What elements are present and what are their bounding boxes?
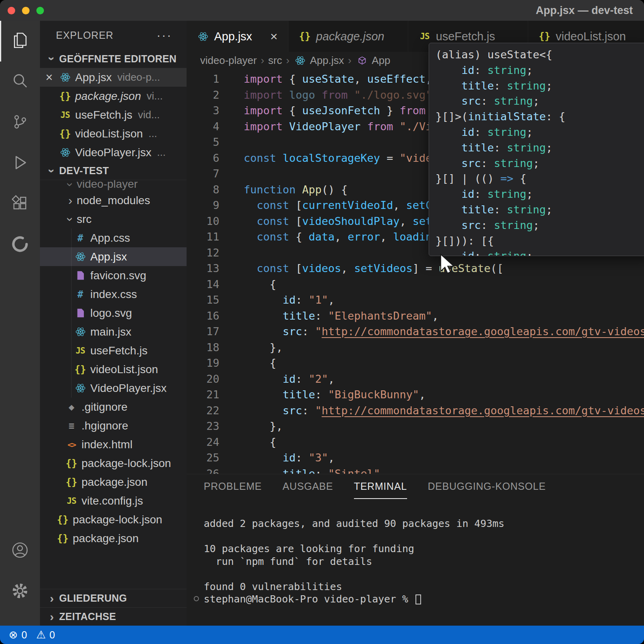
file-tree-item[interactable]: ◆.gitignore (40, 398, 187, 416)
open-editor-item[interactable]: {}package.jsonvi... (40, 87, 187, 105)
file-tree-item[interactable]: <>index.html (40, 435, 187, 454)
breadcrumb-item[interactable]: App.jsx (294, 54, 344, 67)
activity-search-button[interactable] (0, 62, 40, 102)
code-text: }, (244, 340, 283, 356)
line-number: 10 (187, 213, 231, 229)
open-editor-item[interactable]: {}videoList.json... (40, 124, 187, 143)
lines-file-icon: ≡ (65, 420, 78, 431)
tab-label: App.jsx (214, 30, 252, 43)
breadcrumb-item[interactable]: video-player (200, 54, 257, 67)
file-tree-item[interactable]: #App.css (40, 229, 187, 247)
open-editor-item[interactable]: JSuseFetch.jsvid... (40, 105, 187, 124)
code-line[interactable]: 19 { (187, 355, 644, 371)
file-tree-item[interactable]: favicon.svg (40, 266, 187, 285)
activity-account-button[interactable] (0, 531, 40, 571)
minimize-window-button[interactable] (22, 7, 30, 14)
panel-tab-debugging-konsole[interactable]: DEBUGGING-KONSOLE (428, 474, 546, 499)
file-tree-item[interactable]: ›video-player (40, 180, 187, 191)
file-tree-item[interactable]: {}videoList.json (40, 360, 187, 379)
code-token: , (393, 199, 406, 211)
code-line[interactable]: 24 { (187, 434, 644, 450)
code-line[interactable]: 21 title: "BigBuckBunny", (187, 387, 644, 403)
code-line[interactable]: 20 id: "2", (187, 371, 644, 387)
breadcrumb-item[interactable]: App (356, 54, 390, 67)
terminal-text (204, 568, 210, 580)
breadcrumb-separator: › (261, 54, 264, 67)
activity-extensions-button[interactable] (0, 184, 40, 225)
code-token: App (302, 183, 322, 196)
code-token: from (400, 104, 425, 117)
more-actions-icon[interactable]: ··· (157, 28, 172, 42)
panel-tab-probleme[interactable]: PROBLEME (204, 474, 262, 499)
hover-token: ; (527, 188, 533, 200)
section-zeitachse[interactable]: ›ZEITACHSE (40, 607, 187, 626)
code-line[interactable]: 22 src: "http://commondatastorage.google… (187, 403, 644, 419)
code-line[interactable]: 18 }, (187, 340, 644, 356)
section-gliederung[interactable]: ›GLIEDERUNG (40, 589, 187, 607)
problems-status[interactable]: ⊗ 0 ⚠ 0 (9, 628, 55, 641)
open-editor-item[interactable]: ×App.jsxvideo-p... (40, 68, 187, 87)
json-file-icon: {} (299, 31, 311, 42)
file-tree-item[interactable]: #index.css (40, 285, 187, 304)
code-line[interactable]: 25 id: "3", (187, 450, 644, 466)
breadcrumb-label: App (372, 54, 390, 67)
code-token: , (335, 231, 348, 243)
file-tree-item[interactable]: {}package.json (40, 473, 187, 491)
zoom-window-button[interactable] (36, 7, 44, 14)
close-tab-icon[interactable]: × (270, 29, 278, 44)
file-tree-item[interactable]: JSvite.config.js (40, 491, 187, 510)
code-line[interactable]: 17 src: "http://commondatastorage.google… (187, 324, 644, 340)
close-editor-icon[interactable]: × (40, 70, 58, 85)
panel-tab-terminal[interactable]: TERMINAL (354, 474, 407, 499)
file-tree-item[interactable]: logo.svg (40, 304, 187, 322)
code-line[interactable]: 23 }, (187, 418, 644, 434)
code-text: { (244, 355, 276, 371)
file-tree-item[interactable]: JSuseFetch.js (40, 341, 187, 360)
file-tree-item[interactable]: {}package-lock.json (40, 454, 187, 473)
editor-tab-App-jsx[interactable]: App.jsx× (187, 21, 288, 52)
file-name: videoList.json (90, 363, 158, 376)
breadcrumb-item[interactable]: src (268, 54, 282, 67)
close-window-button[interactable] (8, 7, 15, 14)
terminal-output[interactable]: added 2 packages, and audited 90 package… (187, 499, 644, 606)
workspace-section-header[interactable]: › DEV-TEST (40, 162, 187, 180)
file-tree-item[interactable]: App.jsx (40, 247, 187, 266)
open-editors-section-header[interactable]: › GEÖFFNETE EDITOREN (40, 50, 187, 68)
code-token: http://commondatastorage.googleapis.com/… (322, 404, 644, 417)
activity-bar (0, 21, 40, 626)
activity-source-control-button[interactable] (0, 102, 40, 143)
file-tree-item[interactable]: ›node_modules (40, 191, 187, 210)
file-name: favicon.svg (90, 269, 146, 282)
file-tree-item[interactable]: ›src (40, 210, 187, 229)
activity-run-debug-button[interactable] (0, 143, 40, 184)
editor-tab-package-json[interactable]: {}package.json (288, 21, 408, 52)
hover-token: ; (527, 250, 533, 256)
line-number: 26 (187, 466, 231, 474)
code-line[interactable]: 14 { (187, 276, 644, 292)
breadcrumb-separator: › (286, 54, 290, 67)
code-line[interactable]: 26 title: "Sintel", (187, 466, 644, 474)
window-title: App.jsx — dev-test (536, 0, 633, 21)
activity-edge-browser-button[interactable] (0, 225, 40, 265)
file-tree-item[interactable]: {}package-lock.json (40, 510, 187, 529)
file-tree-item[interactable]: {}package.json (40, 529, 187, 548)
activity-settings-button[interactable] (0, 571, 40, 612)
code-token: }, (244, 341, 283, 354)
line-number: 6 (187, 150, 231, 166)
panel-tab-ausgabe[interactable]: AUSGABE (282, 474, 333, 499)
code-token (244, 404, 283, 417)
file-tree-item[interactable]: ≡.hgignore (40, 416, 187, 435)
hover-token: src (461, 157, 481, 169)
chevron-right-icon: › (46, 611, 58, 623)
hover-token: initialState (468, 110, 546, 123)
code-line[interactable]: 15 id: "1", (187, 292, 644, 308)
code-token: import (244, 104, 283, 117)
hover-token: id (461, 126, 475, 138)
code-line[interactable]: 16 title: "ElephantsDream", (187, 308, 644, 324)
json-file-icon: {} (74, 364, 87, 375)
file-tree-item[interactable]: VideoPlayer.jsx (40, 379, 187, 398)
code-line[interactable]: 13 const [videos, setVideos] = useState(… (187, 260, 644, 276)
open-editor-item[interactable]: VideoPlayer.jsx... (40, 143, 187, 162)
activity-explorer-button[interactable] (0, 21, 40, 62)
file-tree-item[interactable]: main.jsx (40, 322, 187, 341)
